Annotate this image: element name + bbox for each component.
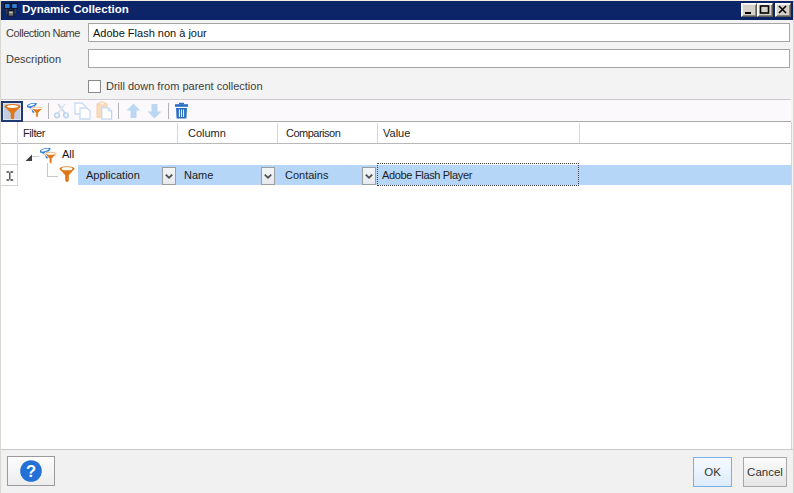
svg-text:?: ? xyxy=(26,462,36,480)
